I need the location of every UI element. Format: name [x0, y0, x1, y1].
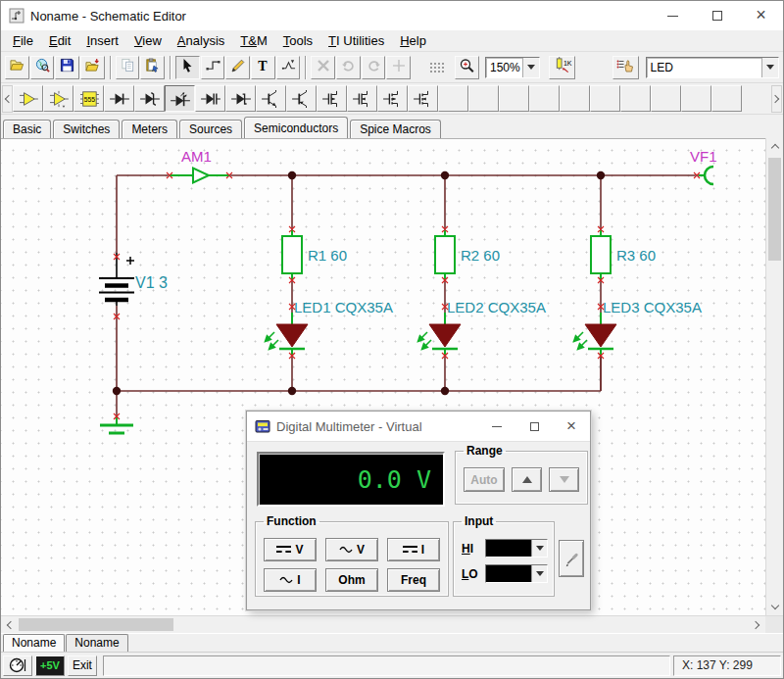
component-voltage-pin[interactable]: VF1 — [690, 148, 717, 184]
hi-dropdown[interactable] — [531, 540, 547, 557]
undo-button[interactable] — [336, 56, 361, 79]
hi-input-combo[interactable] — [485, 539, 548, 558]
menu-analysis[interactable]: Analysis — [170, 31, 232, 50]
lo-dropdown[interactable] — [531, 565, 547, 582]
menu-tm[interactable]: T&M — [232, 31, 274, 50]
ac-current-button[interactable]: I — [264, 568, 317, 592]
scroll-right-button[interactable] — [749, 616, 765, 633]
redo-button[interactable] — [362, 56, 386, 79]
palette-nmos-button[interactable] — [317, 85, 347, 112]
component-search-combo[interactable]: LED — [646, 57, 779, 78]
multimeter-title-bar[interactable]: Digital Multimeter - Virtual × — [247, 412, 590, 441]
component-ammeter[interactable]: AM1 — [170, 148, 229, 183]
menu-tools[interactable]: Tools — [275, 31, 320, 50]
scroll-up-button[interactable] — [766, 138, 783, 155]
meter-mode-button[interactable] — [3, 655, 32, 676]
wire-tool-button[interactable] — [201, 56, 225, 79]
horizontal-scrollbar[interactable] — [1, 615, 783, 633]
doc-tab-noname-2[interactable]: Noname — [66, 634, 127, 652]
delete-button[interactable] — [311, 56, 335, 79]
horizontal-scroll-thumb[interactable] — [19, 618, 173, 631]
zoom-level-combo[interactable]: 150% — [485, 57, 540, 78]
tab-semiconductors[interactable]: Semiconductors — [244, 117, 348, 138]
tab-sources[interactable]: Sources — [179, 120, 242, 138]
maximize-button[interactable] — [695, 1, 739, 30]
scroll-down-button[interactable] — [766, 599, 783, 615]
grid-toggle-button[interactable] — [424, 56, 449, 79]
branch-3[interactable]: R3 60LED3 CQX35A — [574, 175, 702, 391]
copy-button[interactable] — [116, 56, 140, 79]
component-ground[interactable] — [100, 417, 133, 433]
save-button[interactable] — [55, 56, 79, 79]
select-tool-button[interactable] — [175, 56, 200, 79]
palette-scroll-right[interactable] — [771, 85, 782, 113]
palette-schottky-button[interactable] — [225, 85, 256, 112]
wires[interactable] — [117, 175, 699, 417]
horizontal-scroll-track[interactable] — [18, 616, 749, 633]
text-tool-button[interactable]: T — [251, 56, 275, 79]
palette-nmos-e-button[interactable] — [377, 85, 408, 112]
vertical-scrollbar[interactable] — [765, 138, 783, 615]
scroll-left-button[interactable] — [1, 616, 18, 633]
multimeter-close-button[interactable]: × — [553, 412, 590, 441]
multimeter-window[interactable]: Digital Multimeter - Virtual × 0.0 V Ran… — [246, 411, 591, 610]
minimize-button[interactable] — [651, 1, 695, 30]
tab-basic[interactable]: Basic — [3, 120, 51, 138]
palette-led-button[interactable] — [165, 85, 195, 112]
branch-1[interactable]: R1 60LED1 CQX35A — [266, 175, 393, 391]
lo-input-combo[interactable] — [485, 564, 548, 583]
open-recent-button[interactable] — [80, 56, 105, 79]
range-up-button[interactable] — [512, 467, 542, 492]
menu-edit[interactable]: Edit — [41, 31, 78, 50]
palette-scroll-left[interactable] — [2, 85, 13, 113]
menu-help[interactable]: Help — [392, 31, 434, 50]
ac-voltage-button[interactable]: V — [325, 538, 378, 561]
palette-pmos-button[interactable] — [347, 85, 377, 112]
draw-tool-button[interactable] — [225, 56, 250, 79]
tab-spice-macros[interactable]: Spice Macros — [350, 120, 441, 138]
palette-varicap-button[interactable] — [195, 85, 225, 112]
menu-view[interactable]: View — [126, 31, 170, 50]
dc-voltage-button[interactable]: V — [264, 538, 317, 561]
palette-empty-slot — [438, 85, 468, 112]
open-file-button[interactable] — [5, 56, 29, 79]
tab-meters[interactable]: Meters — [122, 120, 177, 138]
move-button[interactable] — [386, 56, 411, 79]
palette-npn-button[interactable] — [256, 85, 286, 112]
doc-tab-noname-1[interactable]: Noname — [3, 634, 65, 652]
probe-button[interactable] — [559, 540, 584, 577]
zoom-tool-button[interactable] — [455, 56, 479, 79]
jump-to-component-button[interactable]: 1K — [549, 56, 575, 79]
open-web-button[interactable] — [30, 56, 55, 79]
ohm-button[interactable]: Ohm — [325, 568, 378, 592]
palette-timer555-button[interactable]: 555 — [74, 85, 104, 112]
power-5v-button[interactable]: +5V — [35, 655, 65, 676]
palette-zener-button[interactable] — [134, 85, 165, 112]
palette-opamp2-button[interactable] — [43, 85, 74, 112]
paste-button[interactable] — [140, 56, 165, 79]
vertical-scroll-thumb[interactable] — [768, 158, 781, 261]
palette-pnp-button[interactable] — [286, 85, 317, 112]
multimeter-minimize-button[interactable] — [478, 412, 515, 441]
component-battery[interactable]: V1 3 — [99, 253, 168, 306]
close-button[interactable] — [739, 1, 783, 30]
palette-pmos-e-button[interactable] — [408, 85, 438, 112]
frequency-button[interactable]: Freq — [387, 568, 440, 592]
exit-button[interactable]: Exit — [68, 655, 97, 676]
menu-file[interactable]: File — [5, 31, 41, 50]
zoom-combo-dropdown[interactable] — [522, 58, 539, 77]
menu-insert[interactable]: Insert — [78, 31, 126, 50]
menu-ti-utilities[interactable]: TI Utilities — [320, 31, 392, 50]
dc-current-button[interactable]: I — [387, 538, 440, 561]
range-auto-button[interactable]: Auto — [464, 467, 505, 492]
component-search-dropdown[interactable] — [761, 58, 778, 77]
window-title: Noname - Schematic Editor — [30, 9, 651, 24]
branch-2[interactable]: R2 60LED2 CQX35A — [418, 175, 546, 391]
segment-tool-button[interactable] — [276, 56, 301, 79]
range-down-button[interactable] — [549, 467, 579, 492]
find-component-button[interactable] — [612, 56, 639, 79]
palette-diode-button[interactable] — [104, 85, 134, 112]
tab-switches[interactable]: Switches — [53, 120, 120, 138]
multimeter-maximize-button[interactable] — [515, 412, 553, 441]
palette-opamp-button[interactable] — [13, 85, 43, 112]
